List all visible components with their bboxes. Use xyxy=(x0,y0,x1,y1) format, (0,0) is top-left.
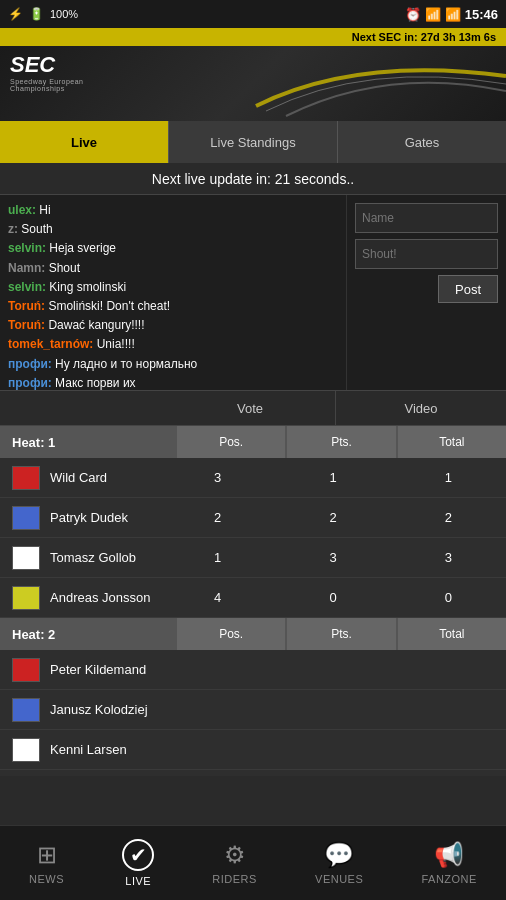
update-bar: Next live update in: 21 seconds.. xyxy=(0,163,506,195)
heat-pts-header: Pts. xyxy=(287,426,395,458)
rider-color xyxy=(12,546,40,570)
chat-message: Toruń: Smoliński! Don't cheat! xyxy=(8,297,338,316)
rider-pts: 0 xyxy=(275,590,390,605)
fanzone-label: FANZONE xyxy=(421,873,476,885)
live-label: LIVE xyxy=(125,875,151,887)
rider-name: Peter Kildemand xyxy=(50,662,160,677)
chat-username: профи: xyxy=(8,376,52,390)
chat-text: Unia!!!! xyxy=(93,337,134,351)
rider-name: Andreas Jonsson xyxy=(50,590,160,605)
rider-color xyxy=(12,698,40,722)
rider-total: 2 xyxy=(391,510,506,525)
table-row[interactable]: Wild Card 3 1 1 xyxy=(0,458,506,498)
shout-input[interactable] xyxy=(355,239,498,269)
news-icon: ⊞ xyxy=(37,841,57,869)
sec-header: SEC Speedway European Championships xyxy=(0,46,506,121)
name-input[interactable] xyxy=(355,203,498,233)
chat-input-panel: Post xyxy=(346,195,506,390)
chat-username: selvin: xyxy=(8,241,46,255)
nav-news[interactable]: ⊞ NEWS xyxy=(29,841,64,885)
rider-name: Janusz Kolodziej xyxy=(50,702,160,717)
chat-message: z: South xyxy=(8,220,338,239)
riders-label: RIDERS xyxy=(212,873,257,885)
rider-name: Tomasz Gollob xyxy=(50,550,160,565)
table-row[interactable]: Kenni Larsen xyxy=(0,730,506,770)
wifi-icon: 📶 xyxy=(425,7,441,22)
rider-name: Kenni Larsen xyxy=(50,742,160,757)
chat-username: профи: xyxy=(8,357,52,371)
chat-messages: ulex: Hiz: Southselvin: Heja sverigeNamn… xyxy=(0,195,346,390)
chat-text: Hi xyxy=(36,203,51,217)
heat-label: Heat: 1 xyxy=(12,435,177,450)
rider-total: 3 xyxy=(391,550,506,565)
video-label[interactable]: Video xyxy=(336,391,506,425)
chat-area: ulex: Hiz: Southselvin: Heja sverigeNamn… xyxy=(0,195,506,390)
sec-logo-text: SEC xyxy=(10,54,100,76)
chat-username: Toruń: xyxy=(8,318,45,332)
chat-message: профи: Макс порви их xyxy=(8,374,338,390)
chat-text: Ну ладно и то нормально xyxy=(52,357,198,371)
rider-pos: 3 xyxy=(160,470,275,485)
heat-pos-header: Pos. xyxy=(177,426,285,458)
chat-message: профи: Ну ладно и то нормально xyxy=(8,355,338,374)
rider-color xyxy=(12,506,40,530)
chat-username: Toruń: xyxy=(8,299,45,313)
nav-venues[interactable]: 💬 VENUES xyxy=(315,841,363,885)
rider-color xyxy=(12,586,40,610)
heat-header: Heat: 2 Pos. Pts. Total xyxy=(0,618,506,650)
live-icon: ✔ xyxy=(122,839,154,871)
nav-tabs: Live Live Standings Gates xyxy=(0,121,506,163)
standings-container[interactable]: Heat: 1 Pos. Pts. Total Wild Card 3 1 1 … xyxy=(0,426,506,776)
chat-text: Heja sverige xyxy=(46,241,116,255)
chat-text: Макс порви их xyxy=(52,376,136,390)
alarm-icon: ⏰ xyxy=(405,7,421,22)
venues-icon: 💬 xyxy=(324,841,354,869)
tab-live-standings[interactable]: Live Standings xyxy=(169,121,338,163)
update-text: Next live update in: 21 seconds.. xyxy=(152,171,354,187)
rider-color xyxy=(12,466,40,490)
chat-username: tomek_tarnów: xyxy=(8,337,93,351)
riders-icon: ⚙ xyxy=(224,841,246,869)
rider-pts: 3 xyxy=(275,550,390,565)
chat-message: selvin: King smolinski xyxy=(8,278,338,297)
rider-pos: 2 xyxy=(160,510,275,525)
battery-icon: 🔋 xyxy=(29,7,44,21)
table-row[interactable]: Janusz Kolodziej xyxy=(0,690,506,730)
heat-label: Heat: 2 xyxy=(12,627,177,642)
chat-username: selvin: xyxy=(8,280,46,294)
tab-gates[interactable]: Gates xyxy=(338,121,506,163)
nav-live[interactable]: ✔ LIVE xyxy=(122,839,154,887)
table-row[interactable]: Tomasz Gollob 1 3 3 xyxy=(0,538,506,578)
status-right: ⏰ 📶 📶 15:46 xyxy=(405,7,498,22)
sec-logo: SEC Speedway European Championships xyxy=(10,54,100,114)
sec-logo-subtext: Speedway European Championships xyxy=(10,78,100,92)
rider-pos: 1 xyxy=(160,550,275,565)
chat-text: Shout xyxy=(45,261,80,275)
next-sec-text: Next SEC in: 27d 3h 13m 6s xyxy=(352,31,496,43)
heat-pos-header: Pos. xyxy=(177,618,285,650)
time-display: 15:46 xyxy=(465,7,498,22)
rider-total: 1 xyxy=(391,470,506,485)
rider-pts: 2 xyxy=(275,510,390,525)
chat-username: ulex: xyxy=(8,203,36,217)
table-row[interactable]: Patryk Dudek 2 2 2 xyxy=(0,498,506,538)
rider-total: 0 xyxy=(391,590,506,605)
vote-video-bar: Vote Video xyxy=(0,390,506,426)
news-label: NEWS xyxy=(29,873,64,885)
post-button[interactable]: Post xyxy=(438,275,498,303)
rider-color xyxy=(12,738,40,762)
chat-message: Toruń: Dawać kangury!!!! xyxy=(8,316,338,335)
next-sec-bar: Next SEC in: 27d 3h 13m 6s xyxy=(0,28,506,46)
chat-text: Dawać kangury!!!! xyxy=(45,318,144,332)
vote-label[interactable]: Vote xyxy=(165,391,336,425)
table-row[interactable]: Nicki Pedersen xyxy=(0,770,506,776)
venues-label: VENUES xyxy=(315,873,363,885)
chat-message: ulex: Hi xyxy=(8,201,338,220)
chat-message: selvin: Heja sverige xyxy=(8,239,338,258)
rider-color xyxy=(12,658,40,682)
tab-live[interactable]: Live xyxy=(0,121,169,163)
nav-riders[interactable]: ⚙ RIDERS xyxy=(212,841,257,885)
nav-fanzone[interactable]: 📢 FANZONE xyxy=(421,841,476,885)
table-row[interactable]: Andreas Jonsson 4 0 0 xyxy=(0,578,506,618)
table-row[interactable]: Peter Kildemand xyxy=(0,650,506,690)
